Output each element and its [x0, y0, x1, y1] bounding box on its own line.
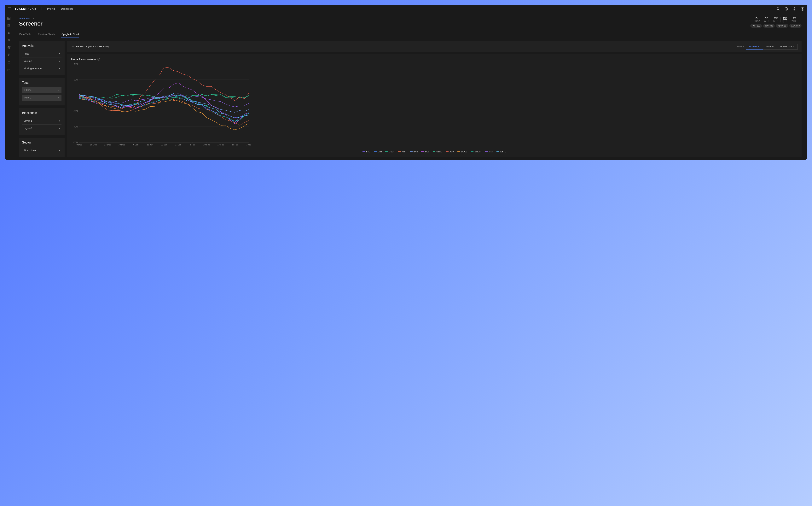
- svg-text:-20%: -20%: [73, 110, 78, 112]
- nav-dashboard[interactable]: Dashboard: [61, 7, 74, 10]
- svg-text:13 Jan: 13 Jan: [147, 144, 153, 146]
- nav-links: Pricing Dashboard: [47, 7, 73, 10]
- chart-wrap: 40%20%-20%-40%-60%9 Dec16 Dec23 Dec30 De…: [71, 63, 798, 153]
- panel-sector: Sector Blockchain▾: [19, 138, 65, 157]
- breadcrumb-root[interactable]: Dashboard: [19, 17, 31, 20]
- chevron-down-icon: ▾: [58, 89, 59, 91]
- svg-text:10 Feb: 10 Feb: [203, 144, 210, 146]
- legend-usdt[interactable]: USDT: [385, 151, 395, 153]
- legend-bnb[interactable]: BNB: [410, 151, 418, 153]
- accordion-moving-average[interactable]: Moving Average▾: [22, 65, 62, 72]
- legend-btc[interactable]: BTC: [363, 151, 371, 153]
- header-row: Dashboard / Screener 1DTODAY7DWTD30DMTD9…: [19, 17, 802, 28]
- legend-sol[interactable]: SOL: [421, 151, 429, 153]
- svg-text:-40%: -40%: [73, 125, 78, 128]
- legend-eth[interactable]: ETH: [374, 151, 382, 153]
- dropdown-filter-2[interactable]: Filter 2▾: [22, 95, 62, 101]
- theme-icon[interactable]: [793, 7, 796, 11]
- tab-data-table[interactable]: Data Table: [19, 31, 32, 38]
- sort-label: Sort by: [737, 46, 743, 48]
- accordion-layer-1[interactable]: Layer-1▾: [22, 117, 62, 124]
- chip-adma-10[interactable]: ADMA-10: [776, 24, 788, 28]
- accordion-volume[interactable]: Volume▾: [22, 57, 62, 65]
- user-icon[interactable]: [801, 7, 804, 11]
- info-icon[interactable]: [785, 7, 788, 11]
- topbar: TOKENRADAR Pricing Dashboard: [5, 5, 807, 13]
- range-30d[interactable]: 30DMTD: [772, 17, 781, 22]
- svg-rect-11: [8, 32, 9, 33]
- svg-text:3 Mar: 3 Mar: [246, 144, 251, 146]
- accordion-layer-2[interactable]: Layer-2▾: [22, 124, 62, 132]
- chevron-down-icon: ▾: [59, 53, 60, 55]
- chart-panel: Price Comparison i 40%20%-20%-40%-60%9 D…: [67, 54, 802, 157]
- info-icon[interactable]: i: [97, 58, 100, 61]
- panel-analysis: Analysis Price▾Volume▾Moving Average▾: [19, 41, 65, 75]
- menu-icon[interactable]: [8, 8, 11, 10]
- legend-doge[interactable]: DOGE: [458, 151, 467, 153]
- chip-adma-50[interactable]: ADMA-50: [789, 24, 802, 28]
- panel-title: Analysis: [22, 44, 62, 48]
- accordion-price[interactable]: Price▾: [22, 50, 62, 57]
- legend-usdc[interactable]: USDC: [433, 151, 442, 153]
- chevron-down-icon: ▾: [59, 120, 60, 122]
- brand-logo: TOKENRADAR: [15, 7, 42, 10]
- time-ranges: 1DTODAY7DWTD30DMTD90DQTD12MYTD: [750, 17, 802, 22]
- legend-xrp[interactable]: XRP: [398, 151, 406, 153]
- sidebar-logout-icon[interactable]: [7, 75, 10, 79]
- svg-text:23 Dec: 23 Dec: [104, 144, 111, 146]
- sidebar-mic-icon[interactable]: [7, 31, 10, 34]
- svg-text:24 Feb: 24 Feb: [232, 144, 238, 146]
- range-1d[interactable]: 1DTODAY: [750, 17, 762, 22]
- tab-spaghetti-chart[interactable]: Spaghetti Chart: [61, 31, 79, 38]
- sidebar-dollar-icon[interactable]: [7, 39, 10, 42]
- svg-text:6 Jan: 6 Jan: [133, 144, 138, 146]
- svg-text:3 Feb: 3 Feb: [190, 144, 195, 146]
- chevron-down-icon: ▾: [59, 149, 60, 152]
- sort-marketcap[interactable]: Marketcap: [746, 44, 763, 50]
- sidebar-dashboard-icon[interactable]: [7, 17, 10, 20]
- svg-point-2: [786, 8, 787, 8]
- svg-point-5: [802, 8, 803, 9]
- app-window: TOKENRADAR Pricing Dashboard: [5, 5, 807, 160]
- sidebar-doc-icon[interactable]: [7, 54, 10, 57]
- results-bar: >12 RESULTS (MAX 12 SHOWN) Sort by Marke…: [67, 41, 802, 52]
- legend-ada[interactable]: ADA: [446, 151, 454, 153]
- range-90d[interactable]: 90DQTD: [781, 17, 789, 22]
- view-tabs: Data TablePreview ChartsSpaghetti Chart: [19, 31, 802, 38]
- nav-pricing[interactable]: Pricing: [47, 7, 55, 10]
- range-7d[interactable]: 7DWTD: [762, 17, 772, 22]
- chip-top-100[interactable]: TOP-100: [750, 24, 762, 28]
- sidebar-token-icon[interactable]: [7, 24, 10, 27]
- spaghetti-chart: 40%20%-20%-40%-60%9 Dec16 Dec23 Dec30 De…: [71, 63, 251, 148]
- range-container: 1DTODAY7DWTD30DMTD90DQTD12MYTD TOP-100TO…: [750, 17, 802, 28]
- svg-rect-10: [8, 24, 10, 27]
- svg-text:27 Jan: 27 Jan: [175, 144, 182, 146]
- svg-point-0: [777, 8, 779, 10]
- sidebar-target-icon[interactable]: [7, 46, 10, 49]
- topbar-icons: [777, 7, 804, 11]
- svg-rect-8: [8, 18, 9, 19]
- dropdown-filter-1[interactable]: Filter 1▾: [22, 87, 62, 93]
- accordion-blockchain[interactable]: Blockchain▾: [22, 147, 62, 154]
- chart-area: >12 RESULTS (MAX 12 SHOWN) Sort by Marke…: [67, 41, 802, 157]
- sort-price-change[interactable]: Price Change: [777, 44, 798, 49]
- search-icon[interactable]: [777, 7, 780, 11]
- tab-preview-charts[interactable]: Preview Charts: [37, 31, 55, 38]
- legend-steth[interactable]: STETH: [471, 151, 481, 153]
- legend-wbtc[interactable]: WBTC: [497, 151, 506, 153]
- svg-rect-7: [9, 17, 10, 18]
- range-12m[interactable]: 12MYTD: [789, 17, 798, 22]
- svg-text:30 Dec: 30 Dec: [118, 144, 125, 146]
- chart-title: Price Comparison i: [71, 58, 798, 61]
- sort-volume[interactable]: Volume: [763, 44, 777, 49]
- panel-blockchain: Blockchain Layer-1▾Layer-2▾: [19, 108, 65, 135]
- sort-button-group: MarketcapVolumePrice Change: [746, 44, 798, 50]
- chevron-down-icon: ▾: [59, 60, 60, 62]
- chip-top-300[interactable]: TOP-300: [763, 24, 775, 28]
- results-text: >12 RESULTS (MAX 12 SHOWN): [71, 45, 109, 48]
- sidebar-iconbar: [5, 13, 13, 160]
- legend-trx[interactable]: TRX: [485, 151, 493, 153]
- sidebar-bracket-icon[interactable]: [7, 68, 10, 71]
- sidebar-external-icon[interactable]: [7, 61, 10, 64]
- svg-text:17 Feb: 17 Feb: [217, 144, 224, 146]
